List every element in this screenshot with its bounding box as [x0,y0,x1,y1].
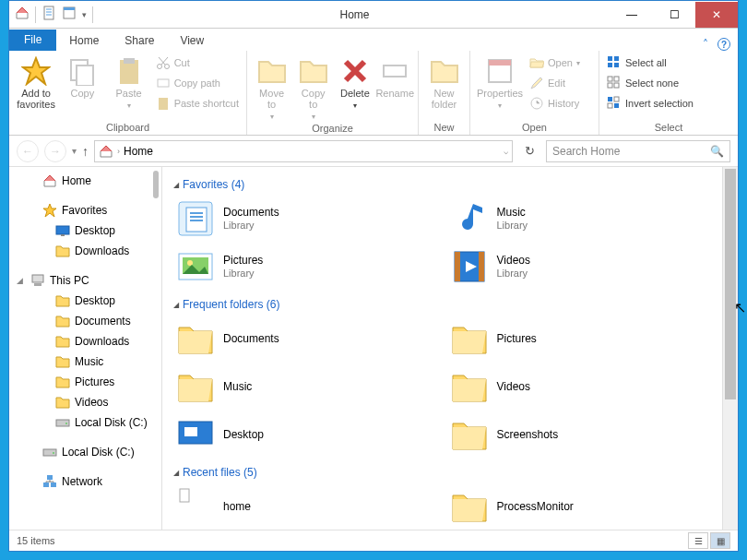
maximize-button[interactable]: ☐ [653,2,695,28]
home-icon [99,144,113,159]
navigation-pane[interactable]: Home Favorites Desktop Downloads ◢This P… [9,167,162,530]
new-folder-button[interactable]: New folder [422,53,466,110]
nav-pc-desktop[interactable]: Desktop [9,291,161,311]
svg-rect-33 [158,79,169,87]
svg-rect-42 [614,83,619,88]
content-pane[interactable]: Favorites (4) DocumentsLibraryMusicLibra… [162,167,722,530]
recent-item[interactable]: ProcessMonitor [447,484,712,529]
nav-pc-videos[interactable]: Videos [9,392,161,412]
tab-file[interactable]: File [9,30,56,51]
copy-to-button[interactable]: Copy to▾ [292,53,334,123]
search-icon: 🔍 [710,145,724,158]
nav-network[interactable]: Network [9,471,161,492]
properties-button[interactable]: Properties▾ [474,53,526,112]
nav-downloads[interactable]: Downloads [9,241,161,261]
delete-button[interactable]: Delete▾ [334,53,375,112]
svg-rect-35 [384,66,406,77]
svg-rect-30 [77,66,93,86]
clipboard-group-label: Clipboard [13,122,243,135]
back-button[interactable]: ← [17,140,39,162]
copy-path-button[interactable]: Copy path [152,73,243,93]
svg-rect-44 [614,103,619,108]
svg-rect-39 [608,77,612,81]
close-button[interactable]: ✕ [695,2,738,28]
favorite-item[interactable]: VideosLibrary [447,244,712,289]
refresh-button[interactable]: ↻ [518,140,540,162]
recent-locations-button[interactable]: ▾ [72,146,77,156]
status-item-count: 15 items [17,535,55,546]
paste-shortcut-button[interactable]: Paste shortcut [152,93,243,113]
nav-local-c[interactable]: Local Disk (C:) [9,442,161,462]
nav-pc-pictures[interactable]: Pictures [9,372,161,392]
add-to-favorites-button[interactable]: Add to favorites [13,53,59,110]
frequent-item[interactable]: Desktop [173,412,438,457]
qat-home-icon[interactable] [15,6,30,24]
frequent-header[interactable]: Frequent folders (6) [173,298,711,311]
open-group-label: Open [474,122,595,135]
view-details-button[interactable]: ☰ [688,532,708,549]
forward-button[interactable]: → [44,140,66,162]
up-button[interactable]: ↑ [82,144,89,159]
view-icons-button[interactable]: ▦ [710,532,730,549]
svg-rect-32 [124,58,135,64]
svg-rect-34 [159,98,168,110]
svg-rect-45 [614,97,619,101]
recent-header[interactable]: Recent files (5) [173,466,711,479]
nav-pc-music[interactable]: Music [9,351,161,372]
cut-button[interactable]: Cut [152,53,243,73]
svg-rect-28 [64,7,75,10]
rename-button[interactable]: Rename [375,53,414,99]
favorite-item[interactable]: DocumentsLibrary [173,197,438,241]
move-to-button[interactable]: Move to▾ [251,53,292,123]
ribbon-collapse-icon[interactable]: ˄ [703,38,708,51]
invert-selection-button[interactable]: Invert selection [603,93,697,113]
search-input[interactable]: Search Home 🔍 [546,140,730,162]
breadcrumb[interactable]: Home [124,145,153,158]
select-none-button[interactable]: Select none [603,73,697,93]
svg-rect-43 [608,97,612,101]
open-button[interactable]: Open ▾ [526,53,584,73]
select-all-button[interactable]: Select all [603,53,697,73]
svg-rect-41 [608,83,612,88]
favorites-header[interactable]: Favorites (4) [173,178,711,191]
frequent-item[interactable]: Videos [447,364,712,409]
new-group-label: New [422,122,466,135]
svg-rect-37 [489,60,511,66]
paste-button[interactable]: Paste▾ [105,53,151,112]
select-group-label: Select [603,122,734,135]
qat-newfile-icon[interactable] [42,6,56,24]
qat-props-icon[interactable] [62,6,77,24]
minimize-button[interactable]: — [611,2,653,28]
history-button[interactable]: History [526,93,584,113]
copy-button[interactable]: Copy [59,53,105,99]
favorite-item[interactable]: MusicLibrary [447,197,712,241]
frequent-item[interactable]: Music [173,364,438,409]
help-icon[interactable]: ? [717,38,730,51]
nav-favorites[interactable]: Favorites [9,200,161,220]
nav-home[interactable]: Home [9,171,161,191]
address-bar[interactable]: › Home ⌵ [94,140,513,162]
nav-pc-local-c[interactable]: Local Disk (C:) [9,412,161,433]
nav-this-pc[interactable]: ◢This PC [9,270,161,291]
nav-pc-downloads[interactable]: Downloads [9,331,161,351]
frequent-item[interactable]: Documents [173,316,438,361]
frequent-item[interactable]: Screenshots [447,412,712,457]
organize-group-label: Organize [251,123,414,136]
svg-rect-46 [608,103,612,108]
nav-desktop[interactable]: Desktop [9,220,161,241]
tab-home[interactable]: Home [56,30,112,51]
qat-dropdown[interactable]: ▾ [82,10,87,19]
tab-view[interactable]: View [167,30,217,51]
favorite-item[interactable]: PicturesLibrary [173,244,438,289]
vertical-scrollbar[interactable] [722,167,738,530]
nav-pc-documents[interactable]: Documents [9,311,161,331]
recent-item[interactable]: home [173,484,438,529]
svg-rect-40 [614,77,619,81]
edit-button[interactable]: Edit [526,73,584,93]
tab-share[interactable]: Share [112,30,167,51]
frequent-item[interactable]: Pictures [447,316,712,361]
window-title: Home [99,8,611,21]
